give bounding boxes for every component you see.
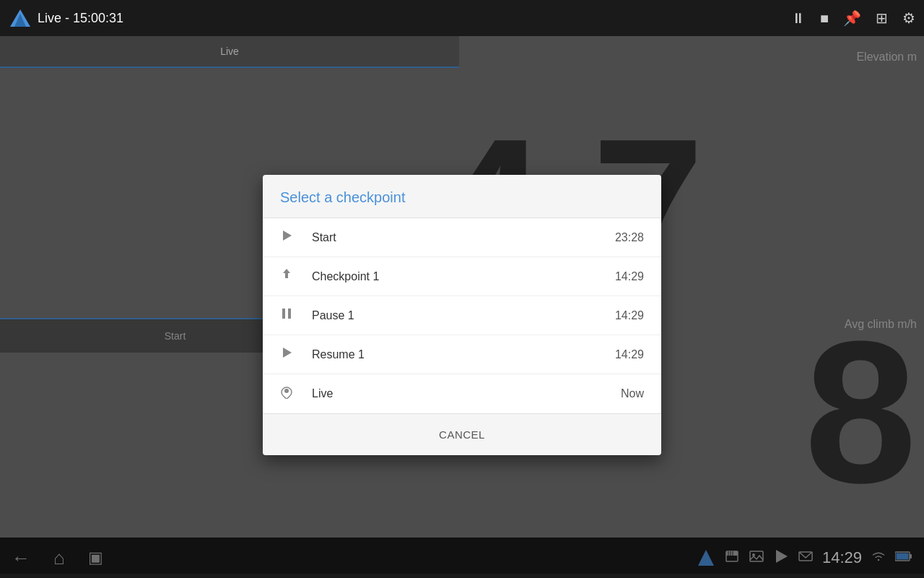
checkpoint-time-resume1: 14:29 — [615, 348, 644, 361]
checkpoint-label-pause1: Pause 1 — [312, 309, 615, 322]
svg-marker-5 — [283, 348, 292, 358]
pause-icon[interactable]: ⏸ — [791, 10, 806, 27]
checkpoint-item-resume1[interactable]: Resume 1 14:29 — [263, 335, 661, 374]
checkpoint-item-start[interactable]: Start 23:28 — [263, 218, 661, 257]
top-bar: Live - 15:00:31 ⏸ ■ 📌 ⊞ ⚙ — [0, 0, 924, 36]
checkpoint-time-start: 23:28 — [615, 231, 644, 244]
dialog-footer: Cancel — [263, 413, 661, 455]
play-icon-start — [280, 229, 300, 246]
grid-icon[interactable]: ⊞ — [876, 9, 888, 27]
checkpoint-time-pause1: 14:29 — [615, 309, 644, 322]
checkpoint-label-1: Checkpoint 1 — [312, 270, 615, 283]
checkpoint-item-live[interactable]: Live Now — [263, 374, 661, 413]
svg-point-6 — [284, 389, 289, 393]
checkpoint-item-pause1[interactable]: Pause 1 14:29 — [263, 296, 661, 335]
svg-rect-4 — [288, 309, 291, 319]
dialog-list: Start 23:28 Checkpoint 1 14:29 — [263, 218, 661, 413]
cancel-button[interactable]: Cancel — [427, 423, 497, 447]
checkpoint-label-start: Start — [312, 231, 615, 244]
checkpoint-label-live: Live — [312, 387, 621, 400]
pin-icon-cp1 — [280, 268, 300, 285]
svg-marker-2 — [283, 230, 292, 241]
select-checkpoint-dialog: Select a checkpoint Start 23:28 Checkpoi… — [263, 175, 661, 455]
pin-icon[interactable]: 📌 — [843, 9, 861, 27]
content-area: Live Elevation m 4 7 8 Start Avg climb m… — [0, 36, 924, 549]
checkpoint-time-1: 14:29 — [615, 270, 644, 283]
svg-rect-3 — [282, 309, 285, 319]
dialog-title: Select a checkpoint — [263, 175, 661, 218]
app-title: Live - 15:00:31 — [38, 11, 791, 26]
checkpoint-time-live: Now — [621, 387, 644, 400]
checkpoint-label-resume1: Resume 1 — [312, 348, 615, 361]
checkpoint-item-1[interactable]: Checkpoint 1 14:29 — [263, 257, 661, 296]
location-icon-live — [280, 386, 300, 402]
play-icon-resume1 — [280, 346, 300, 363]
app-logo — [9, 7, 32, 30]
pause-icon-p1 — [280, 307, 300, 324]
stop-icon[interactable]: ■ — [820, 10, 829, 27]
toolbar-icons: ⏸ ■ 📌 ⊞ ⚙ — [791, 9, 915, 27]
settings-icon[interactable]: ⚙ — [902, 9, 915, 27]
